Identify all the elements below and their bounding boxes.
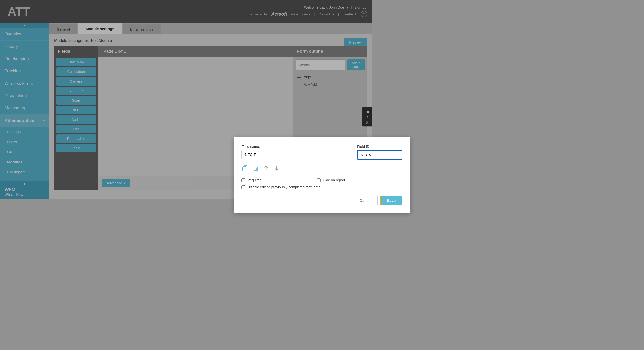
required-label: Required [247,178,262,182]
disable-editing-label: Disable editing previously-completed for… [247,185,320,189]
field-name-label: Field name: [242,145,352,149]
move-down-icon-button[interactable] [273,165,280,173]
disable-editing-checkbox-item: Disable editing previously-completed for… [242,185,320,189]
required-checkbox-item: Required [242,178,262,182]
modal-buttons: Cancel Save [242,196,372,199]
field-name-group: Field name: [242,145,352,160]
copy-icon-button[interactable] [242,165,249,173]
modal-icons-row [242,165,372,173]
modal-overlay: Field name: Field ID: [0,0,372,199]
modal-dialog: Field name: Field ID: [234,137,372,199]
field-id-group: Field ID: [357,145,372,160]
delete-icon-button[interactable] [252,165,259,173]
checkbox-row-1: Required Hide on report [242,178,372,182]
disable-editing-checkbox[interactable] [242,185,245,189]
field-id-input[interactable] [357,150,372,160]
hide-report-checkbox-item: Hide on report [317,178,345,182]
field-name-input[interactable] [242,150,352,159]
required-checkbox[interactable] [242,178,245,182]
cancel-button[interactable]: Cancel [353,196,372,199]
modal-checkboxes: Required Hide on report Disable editing … [242,178,372,189]
field-id-label: Field ID: [357,145,372,149]
svg-rect-1 [243,167,246,171]
checkbox-row-2: Disable editing previously-completed for… [242,185,372,189]
svg-rect-2 [254,167,257,171]
move-up-icon-button[interactable] [263,165,270,173]
modal-fields-row: Field name: Field ID: [242,145,372,160]
hide-report-label: Hide on report [323,178,345,182]
hide-on-report-checkbox[interactable] [317,178,321,182]
